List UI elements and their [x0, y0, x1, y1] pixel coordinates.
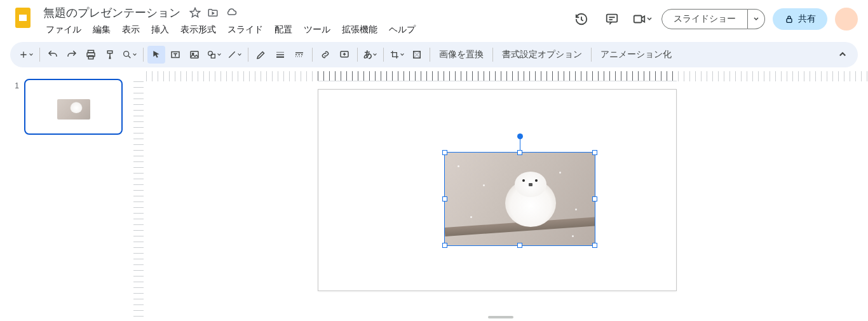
- title-block: 無題のプレゼンテーション ファイル 編集 表示 挿入 表示形式 スライド 配置 …: [41, 5, 565, 38]
- header-right: スライドショー 共有: [570, 5, 858, 31]
- resize-handle-tl[interactable]: [442, 150, 447, 155]
- slideshow-button[interactable]: スライドショー: [661, 9, 748, 29]
- svg-point-9: [124, 51, 129, 57]
- menu-edit[interactable]: 編集: [88, 22, 116, 38]
- resize-handle-tm[interactable]: [517, 150, 522, 155]
- svg-point-13: [208, 51, 213, 56]
- new-slide-button[interactable]: [17, 46, 36, 64]
- toolbar-separator: [492, 48, 493, 62]
- selected-image[interactable]: [444, 152, 595, 246]
- doc-title[interactable]: 無題のプレゼンテーション: [41, 4, 183, 22]
- resize-handle-bm[interactable]: [517, 243, 522, 248]
- cloud-saved-icon[interactable]: [225, 7, 238, 18]
- menu-help[interactable]: ヘルプ: [384, 22, 421, 38]
- slide-thumbnail[interactable]: [24, 79, 123, 135]
- rotation-handle[interactable]: [517, 133, 523, 139]
- lock-icon: [784, 14, 794, 24]
- resize-handle-br[interactable]: [592, 243, 597, 248]
- rotation-line: [520, 137, 520, 150]
- menu-arrange[interactable]: 配置: [269, 22, 297, 38]
- toolbar: あ 画像を置換 書式設定オプション アニメーション化: [10, 42, 858, 67]
- share-button[interactable]: 共有: [773, 8, 827, 30]
- app-header: 無題のプレゼンテーション ファイル 編集 表示 挿入 表示形式 スライド 配置 …: [0, 0, 868, 38]
- toolbar-separator: [312, 48, 313, 62]
- menu-slide[interactable]: スライド: [222, 22, 268, 38]
- toolbar-separator: [39, 48, 40, 62]
- resize-handle-mr[interactable]: [592, 196, 597, 201]
- menu-view[interactable]: 表示: [117, 22, 145, 38]
- toolbar-separator: [357, 48, 358, 62]
- comment-button[interactable]: [336, 46, 353, 64]
- menu-bar: ファイル 編集 表示 挿入 表示形式 スライド 配置 ツール 拡張機能 ヘルプ: [41, 22, 565, 38]
- account-avatar[interactable]: [835, 8, 858, 31]
- collapse-toolbar-button[interactable]: [834, 46, 851, 64]
- paint-format-button[interactable]: [101, 46, 119, 64]
- menu-extensions[interactable]: 拡張機能: [337, 22, 383, 38]
- share-label: 共有: [798, 13, 816, 25]
- speaker-notes-handle[interactable]: [488, 316, 513, 318]
- slides-logo[interactable]: [10, 5, 36, 31]
- format-options-button[interactable]: 書式設定オプション: [497, 49, 587, 60]
- toolbar-container: あ 画像を置換 書式設定オプション アニメーション化: [0, 38, 868, 71]
- meet-icon[interactable]: [631, 8, 654, 31]
- history-icon[interactable]: [570, 8, 593, 31]
- animate-button[interactable]: アニメーション化: [595, 49, 677, 60]
- vertical-ruler[interactable]: [133, 81, 144, 321]
- filmstrip-slide[interactable]: 1: [11, 79, 128, 135]
- star-icon[interactable]: [189, 7, 201, 18]
- border-dash-button[interactable]: [290, 46, 308, 64]
- menu-tools[interactable]: ツール: [299, 22, 336, 38]
- image-content: [445, 153, 595, 245]
- toolbar-separator: [383, 48, 384, 62]
- svg-rect-11: [191, 51, 198, 58]
- image-button[interactable]: [186, 46, 203, 64]
- link-button[interactable]: [316, 46, 334, 64]
- redo-button[interactable]: [63, 46, 81, 64]
- svg-rect-4: [634, 16, 642, 23]
- crop-button[interactable]: [388, 46, 407, 64]
- menu-format[interactable]: 表示形式: [175, 22, 221, 38]
- toolbar-separator: [430, 48, 430, 62]
- slideshow-dropdown[interactable]: [748, 9, 765, 29]
- toolbar-separator: [143, 48, 144, 62]
- menu-file[interactable]: ファイル: [41, 22, 86, 38]
- resize-handle-bl[interactable]: [442, 243, 447, 248]
- shape-button[interactable]: [205, 46, 224, 64]
- undo-button[interactable]: [44, 46, 62, 64]
- border-color-button[interactable]: [252, 46, 270, 64]
- comments-icon[interactable]: [600, 8, 623, 31]
- main-area: 1: [0, 71, 868, 321]
- resize-handle-tr[interactable]: [592, 150, 597, 155]
- svg-rect-3: [607, 15, 618, 22]
- canvas-area[interactable]: [133, 71, 868, 321]
- toolbar-separator: [591, 48, 592, 62]
- text-direction-button[interactable]: あ: [362, 46, 379, 64]
- toolbar-separator: [248, 48, 248, 62]
- select-tool[interactable]: [147, 46, 165, 64]
- horizontal-ruler-active[interactable]: [318, 71, 677, 81]
- mask-button[interactable]: [408, 46, 426, 64]
- replace-image-button[interactable]: 画像を置換: [434, 49, 489, 60]
- resize-handle-ml[interactable]: [442, 196, 447, 201]
- print-button[interactable]: [82, 46, 100, 64]
- menu-insert[interactable]: 挿入: [146, 22, 174, 38]
- border-weight-button[interactable]: [271, 46, 289, 64]
- slide-canvas[interactable]: [318, 89, 677, 291]
- folder-move-icon[interactable]: [207, 7, 219, 18]
- line-button[interactable]: [225, 46, 244, 64]
- filmstrip: 1: [0, 71, 133, 321]
- slide-number: 1: [11, 79, 19, 90]
- slideshow-group: スライドショー: [661, 9, 765, 29]
- svg-rect-5: [787, 18, 792, 22]
- svg-rect-1: [18, 14, 27, 22]
- textbox-button[interactable]: [166, 46, 184, 64]
- zoom-button[interactable]: [120, 46, 139, 64]
